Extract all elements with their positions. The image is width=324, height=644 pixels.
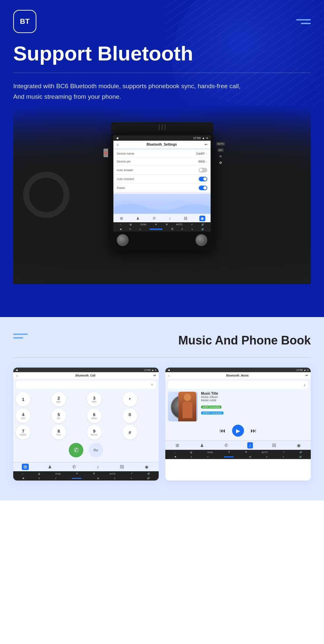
setting-device-pin[interactable]: Device pin 0000 › bbox=[113, 158, 211, 166]
music-nav-link[interactable]: ⛓ bbox=[270, 442, 278, 448]
play-btn[interactable]: ▶ bbox=[232, 425, 244, 437]
auto-connect-toggle[interactable] bbox=[199, 177, 207, 181]
climate-power[interactable]: ⏻ bbox=[130, 223, 132, 226]
screen-climate: ⌂ ⏻ DUAL ❄ ♻ AUTO ↗ 🔊 bbox=[113, 222, 211, 227]
music-climate-row2: ◀ 0 ↙ ⛓ 0 ↘ 🔊 bbox=[165, 454, 311, 459]
call-nav-back[interactable]: ↩ bbox=[153, 374, 156, 377]
music-badges: A2DP connected AVRCP connected bbox=[201, 403, 308, 415]
setting-auto-answer[interactable]: Auto answer bbox=[113, 166, 211, 175]
dial-key-6[interactable]: 6MNO bbox=[87, 409, 101, 423]
dial-key-9[interactable]: 9WXYZ bbox=[87, 425, 101, 440]
auto-answer-toggle[interactable] bbox=[199, 168, 207, 172]
music-nav-apps[interactable]: ⊞ bbox=[174, 442, 181, 448]
auto-answer-label: Auto answer bbox=[117, 168, 133, 172]
dial-key-5[interactable]: 5JKL bbox=[52, 409, 66, 423]
music-progress[interactable] bbox=[224, 456, 234, 457]
dial-input-row[interactable]: ✕ bbox=[16, 381, 156, 389]
music-back-arrow[interactable]: ◀ bbox=[168, 369, 170, 372]
music-nav-person[interactable]: ♟ bbox=[198, 442, 206, 448]
dialpad: 1 2ABC 3DEF * 4GHI 5JKL 6MNO 0- 7PQRS 8T… bbox=[16, 392, 156, 440]
call-screen-wrap: ◀ 17:53 ▲ ≡ ⌂ Bluetooth_Call ↩ ✕ bbox=[13, 368, 159, 481]
nav-music[interactable]: ♪ bbox=[168, 216, 172, 221]
dial-key-1[interactable]: 1 bbox=[16, 392, 30, 407]
power-toggle[interactable] bbox=[199, 186, 207, 190]
call-nav-cam[interactable]: ◉ bbox=[143, 464, 150, 470]
nav-home-icon[interactable]: ⌂ bbox=[117, 143, 119, 146]
call-nav: ⌂ Bluetooth_Call ↩ bbox=[13, 372, 159, 379]
auto-connect-label: Auto connect bbox=[117, 177, 134, 181]
menu2-line-1 bbox=[13, 334, 28, 335]
menu-line-1 bbox=[296, 19, 311, 20]
dial-clear-btn[interactable]: ✕ bbox=[150, 383, 153, 387]
setting-device-name[interactable]: Device name CarBT › bbox=[113, 150, 211, 158]
bezel: AUTO A/C ✕ ✿ ◀ 17:53 ▲ ≡ bbox=[111, 132, 213, 251]
music-details: Music Title Music Album Music Artist A2D… bbox=[201, 392, 308, 415]
music-search-bar: ♪ bbox=[168, 381, 308, 389]
a2dp-badge: A2DP connected bbox=[201, 406, 222, 409]
setting-power[interactable]: Power bbox=[113, 184, 211, 193]
back-arrow[interactable]: ◀ bbox=[116, 136, 118, 140]
nav-phone[interactable]: ✆ bbox=[151, 216, 157, 221]
device-name-label: Device name bbox=[117, 152, 134, 155]
call-progress[interactable] bbox=[72, 478, 82, 479]
dial-key-0[interactable]: 0- bbox=[123, 409, 137, 423]
head-unit-screen: ◀ 17:53 ▲ ≡ ⌂ Bluetooth_Settings ↩ bbox=[113, 135, 211, 232]
right-knob[interactable] bbox=[195, 234, 207, 246]
call-climate: ⌂ ⏻ DUAL ❄ ♻ AUTO ↗ 🔊 bbox=[13, 471, 159, 476]
nav-apps[interactable]: ⊞ bbox=[119, 216, 124, 221]
music-screen-content: ♪ bbox=[165, 379, 311, 441]
call-nav-link[interactable]: ⛓ bbox=[118, 464, 126, 470]
dial-redial-btn[interactable]: Re bbox=[89, 443, 103, 457]
climate-recycle[interactable]: ♻ bbox=[166, 223, 168, 226]
nav-person[interactable]: ♟ bbox=[135, 216, 141, 221]
dial-key-4[interactable]: 4GHI bbox=[16, 409, 30, 423]
power-label: Power bbox=[117, 186, 125, 190]
car-area: AUTO A/C ✕ ✿ ◀ 17:53 ▲ ≡ bbox=[13, 106, 311, 284]
call-nav-phone[interactable]: ✆ bbox=[71, 464, 78, 470]
section2-menu-icon[interactable] bbox=[13, 334, 28, 339]
nav-link[interactable]: ⛓ bbox=[182, 216, 189, 221]
dial-key-2[interactable]: 2ABC bbox=[52, 392, 66, 407]
section2-title: Music And Phone Book bbox=[178, 334, 311, 347]
music-nav: ⌂ Bluetooth_Music ↩ bbox=[165, 372, 311, 379]
music-nav-home[interactable]: ⌂ bbox=[168, 374, 170, 377]
call-nav-person[interactable]: ♟ bbox=[46, 464, 54, 470]
climate-home[interactable]: ⌂ bbox=[120, 223, 121, 226]
setting-auto-connect[interactable]: Auto connect bbox=[113, 175, 211, 184]
call-bottom-nav: ⊞ ♟ ✆ ♪ ⛓ ◉ bbox=[13, 462, 159, 471]
climate-vol[interactable]: 🔊 bbox=[201, 223, 204, 226]
dial-key-3[interactable]: 3DEF bbox=[87, 392, 101, 407]
nav-cam[interactable]: ◉ bbox=[199, 216, 205, 221]
call-nav-apps[interactable]: ⊞ bbox=[22, 464, 29, 470]
climate-auto: AUTO bbox=[176, 223, 182, 226]
call-climate-row2: ◀ 0 ↙ ⛓ 0 ↘ 🔊 bbox=[13, 476, 159, 481]
climate-arrow[interactable]: ↗ bbox=[191, 223, 193, 226]
music-climate: ⌂ ⏻ DUAL ❄ ♻ AUTO ↗ 🔊 bbox=[165, 450, 311, 454]
dial-key-hash[interactable]: # bbox=[123, 425, 137, 440]
next-btn[interactable]: ⏭ bbox=[251, 427, 257, 434]
screen-statusbar: ◀ 17:53 ▲ ≡ bbox=[113, 135, 211, 141]
music-nav-music[interactable]: ♪ bbox=[247, 442, 253, 448]
dial-key-8[interactable]: 8TUV bbox=[52, 425, 66, 440]
hero-header: BT bbox=[13, 10, 311, 33]
climate-snowflake[interactable]: ❄ bbox=[155, 223, 157, 226]
top-vent bbox=[111, 122, 213, 132]
music-nav-phone[interactable]: ✆ bbox=[223, 442, 230, 448]
device-pin-value: 0000 bbox=[198, 160, 205, 163]
nav-back-icon[interactable]: ↩ bbox=[205, 143, 207, 146]
dial-key-star[interactable]: * bbox=[123, 392, 137, 407]
music-album: Music Album bbox=[201, 395, 308, 399]
dial-call-btn[interactable]: ✆ bbox=[69, 443, 83, 457]
side-controls-right: AUTO A/C ✕ ✿ bbox=[216, 142, 225, 164]
music-nav-back[interactable]: ↩ bbox=[305, 374, 308, 377]
dial-key-7[interactable]: 7PQRS bbox=[16, 425, 30, 440]
call-nav-music[interactable]: ♪ bbox=[95, 464, 101, 470]
call-nav-home[interactable]: ⌂ bbox=[16, 374, 18, 377]
screens-row: ◀ 17:53 ▲ ≡ ⌂ Bluetooth_Call ↩ ✕ bbox=[13, 368, 311, 481]
prev-btn[interactable]: ⏮ bbox=[220, 427, 225, 434]
music-nav-cam[interactable]: ◉ bbox=[295, 442, 302, 448]
progress-bar[interactable] bbox=[149, 229, 163, 230]
left-knob[interactable] bbox=[117, 234, 129, 246]
menu-icon[interactable] bbox=[296, 19, 311, 24]
call-back-arrow[interactable]: ◀ bbox=[16, 369, 18, 372]
